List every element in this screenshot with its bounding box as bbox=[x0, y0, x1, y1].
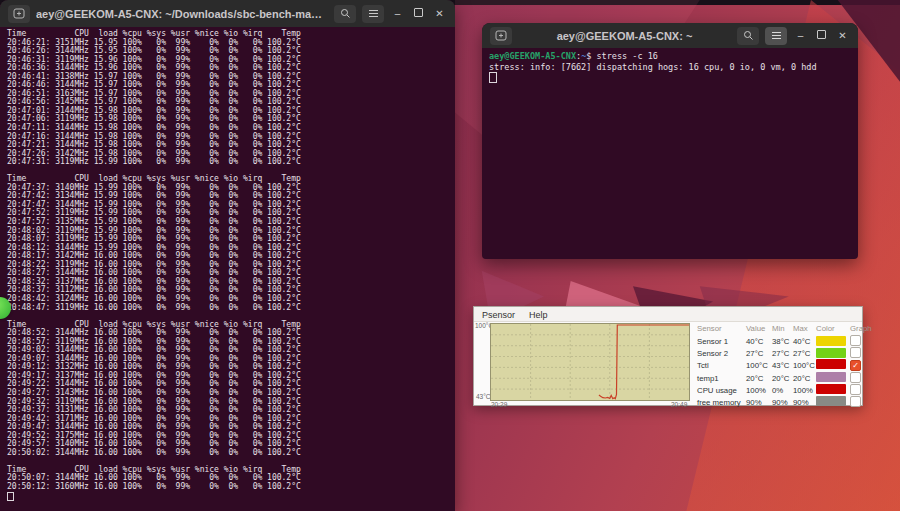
graph-checkbox[interactable] bbox=[850, 347, 861, 358]
titlebar[interactable]: aey@GEEKOM-A5-CNX: ~/Downloads/sbc-bench… bbox=[0, 0, 455, 27]
search-button[interactable] bbox=[334, 5, 356, 23]
new-tab-button[interactable] bbox=[490, 27, 512, 45]
col-min[interactable]: Min bbox=[772, 324, 792, 333]
sensor-color-swatch bbox=[816, 336, 846, 346]
hamburger-icon bbox=[771, 31, 782, 40]
sensor-color-swatch bbox=[816, 348, 846, 358]
sensor-min: 27°C bbox=[772, 349, 792, 358]
desktop: aey@GEEKOM-A5-CNX: ~/Downloads/sbc-bench… bbox=[0, 0, 900, 511]
close-button[interactable]: ✕ bbox=[835, 27, 850, 45]
terminal-window-sbc-bench[interactable]: aey@GEEKOM-A5-CNX: ~/Downloads/sbc-bench… bbox=[0, 0, 455, 511]
maximize-button[interactable] bbox=[814, 27, 829, 45]
maximize-button[interactable] bbox=[411, 5, 426, 23]
sensor-color-swatch bbox=[816, 359, 846, 369]
col-value[interactable]: Value bbox=[746, 324, 771, 333]
terminal-cursor bbox=[489, 72, 497, 83]
cursor-line bbox=[7, 492, 455, 504]
cursor-line bbox=[489, 72, 858, 86]
maximize-icon bbox=[817, 30, 826, 39]
sensor-value: 100% bbox=[746, 386, 771, 395]
sensor-row[interactable]: free memory90%90%90% bbox=[695, 396, 862, 408]
x-axis-end-label: 20:49 bbox=[671, 401, 687, 408]
prompt-line: aey@GEEKOM-A5-CNX:~$ stress -c 16 bbox=[489, 51, 858, 62]
window-title: aey@GEEKOM-A5-CNX: ~ bbox=[518, 30, 731, 42]
y-axis-min-label: 43°C bbox=[476, 393, 491, 400]
sensor-row[interactable]: Sensor 227°C27°C27°C bbox=[695, 347, 862, 359]
sensor-max: 40°C bbox=[793, 337, 815, 346]
window-title: aey@GEEKOM-A5-CNX: ~/Downloads/sbc-bench… bbox=[36, 8, 328, 20]
sensor-max: 20°C bbox=[793, 374, 815, 383]
terminal-cursor bbox=[7, 492, 14, 501]
sensor-color-swatch bbox=[816, 372, 846, 382]
new-tab-button[interactable] bbox=[8, 5, 30, 23]
sample-row: 20:50:02: 3144MHz 16.00 100% 0% 99% 0% 0… bbox=[7, 449, 455, 458]
sensor-min: 90% bbox=[772, 398, 792, 407]
new-tab-icon bbox=[13, 8, 25, 19]
sensor-max: 100% bbox=[793, 386, 815, 395]
terminal-window-stress[interactable]: aey@GEEKOM-A5-CNX: ~ – ✕ aey@GEEKOM-A5-C… bbox=[482, 23, 858, 259]
graph-canvas bbox=[491, 324, 689, 400]
x-axis-start-label: 20:29 bbox=[491, 401, 507, 408]
minimize-button[interactable]: – bbox=[793, 27, 808, 45]
menu-help[interactable]: Help bbox=[529, 310, 548, 320]
sensor-min: 0% bbox=[772, 386, 792, 395]
titlebar[interactable]: aey@GEEKOM-A5-CNX: ~ – ✕ bbox=[482, 23, 858, 48]
sensor-sensor: Sensor 2 bbox=[697, 349, 745, 358]
sensor-value: 40°C bbox=[746, 337, 771, 346]
psensor-window[interactable]: Psensor Help 100°C 43°C 20:29 20:49 bbox=[473, 306, 863, 406]
menu-button[interactable] bbox=[765, 27, 787, 45]
sample-row: 20:47:31: 3119MHz 15.99 100% 0% 99% 0% 0… bbox=[7, 158, 455, 167]
sensor-row[interactable]: Sensor 140°C38°C40°C bbox=[695, 335, 862, 347]
sensor-sensor: CPU usage bbox=[697, 386, 745, 395]
sensor-value: 100°C bbox=[746, 361, 771, 370]
sensor-row[interactable]: CPU usage100%0%100% bbox=[695, 384, 862, 396]
menu-button[interactable] bbox=[362, 5, 384, 23]
prompt-user-host: aey@GEEKOM-A5-CNX bbox=[489, 51, 576, 61]
sensor-min: 43°C bbox=[772, 361, 792, 370]
sensor-color-swatch bbox=[816, 384, 846, 394]
close-button[interactable]: ✕ bbox=[432, 5, 447, 23]
new-tab-icon bbox=[495, 30, 507, 41]
tctl-temperature-line bbox=[599, 325, 689, 399]
right-terminal-output[interactable]: aey@GEEKOM-A5-CNX:~$ stress -c 16 stress… bbox=[482, 48, 858, 86]
minimize-button[interactable]: – bbox=[390, 5, 405, 23]
left-terminal-output[interactable]: Time CPU load %cpu %sys %usr %nice %io %… bbox=[0, 27, 455, 503]
sensor-max: 27°C bbox=[793, 349, 815, 358]
sensor-value: 90% bbox=[746, 398, 771, 407]
graph-checkbox[interactable] bbox=[850, 396, 861, 407]
graph-checkbox[interactable] bbox=[850, 335, 861, 346]
col-max[interactable]: Max bbox=[793, 324, 815, 333]
sample-row: 20:50:12: 3160MHz 16.00 100% 0% 99% 0% 0… bbox=[7, 483, 455, 492]
sensor-value: 27°C bbox=[746, 349, 771, 358]
menu-psensor[interactable]: Psensor bbox=[482, 310, 515, 320]
sensor-row[interactable]: Tctl100°C43°C100°C✓ bbox=[695, 359, 862, 371]
maximize-icon bbox=[414, 8, 423, 17]
sensor-table-header: Sensor Value Min Max Color Graph bbox=[695, 322, 862, 335]
graph-checkbox[interactable] bbox=[850, 372, 861, 383]
sensor-sensor: temp1 bbox=[697, 374, 745, 383]
sensor-table: Sensor Value Min Max Color Graph Sensor … bbox=[695, 322, 862, 406]
sensor-sensor: free memory bbox=[697, 398, 745, 407]
psensor-body: 100°C 43°C 20:29 20:49 Sen bbox=[474, 322, 862, 406]
command-text: $ stress -c 16 bbox=[586, 51, 658, 61]
temperature-graph[interactable] bbox=[490, 323, 690, 401]
hamburger-icon bbox=[368, 9, 379, 18]
col-graph[interactable]: Graph bbox=[850, 324, 866, 333]
col-color[interactable]: Color bbox=[816, 324, 849, 333]
sensor-min: 38°C bbox=[772, 337, 792, 346]
col-sensor[interactable]: Sensor bbox=[697, 324, 745, 333]
search-icon bbox=[340, 8, 351, 19]
sensor-max: 90% bbox=[793, 398, 815, 407]
stress-output-line: stress: info: [7662] dispatching hogs: 1… bbox=[489, 62, 858, 73]
sensor-value: 20°C bbox=[746, 374, 771, 383]
sensor-sensor: Tctl bbox=[697, 361, 745, 370]
sensor-max: 100°C bbox=[793, 361, 815, 370]
psensor-table-body: Sensor 140°C38°C40°CSensor 227°C27°C27°C… bbox=[695, 335, 862, 408]
sensor-color-swatch bbox=[816, 396, 846, 406]
graph-checkbox[interactable] bbox=[850, 384, 861, 395]
sensor-sensor: Sensor 1 bbox=[697, 337, 745, 346]
search-button[interactable] bbox=[737, 27, 759, 45]
sensor-row[interactable]: temp120°C20°C20°C bbox=[695, 372, 862, 384]
graph-checkbox[interactable]: ✓ bbox=[850, 360, 861, 371]
sample-row: 20:48:47: 3119MHz 16.00 100% 0% 99% 0% 0… bbox=[7, 304, 455, 313]
